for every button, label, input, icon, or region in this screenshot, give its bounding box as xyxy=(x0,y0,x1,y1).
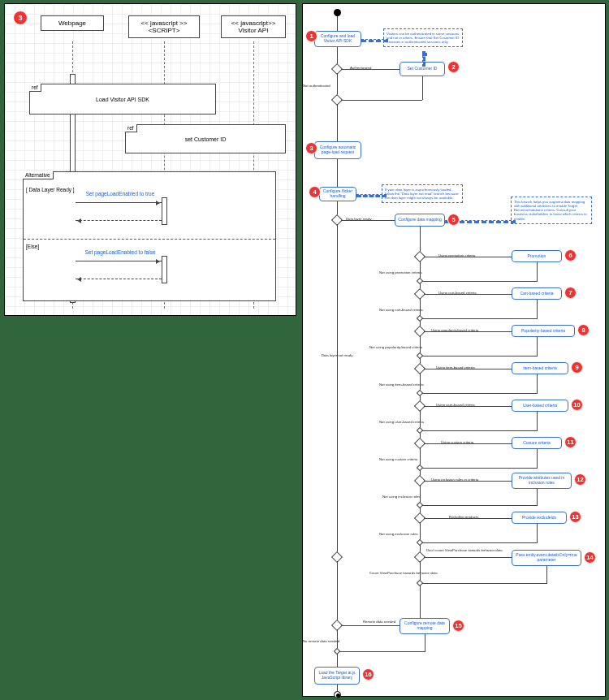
lbl-no-remote: No remote data needed xyxy=(303,639,339,643)
lane-script: << javascript >> <SCRIPT> xyxy=(128,15,200,38)
lbl-no-custom: Not using custom criteria xyxy=(379,457,417,461)
ref-label-1: Load Visitor API SDK xyxy=(96,97,149,102)
flowchart-panel: Configure and load Visitor API SDK 1 Vis… xyxy=(302,3,606,697)
badge-3-flow: 3 xyxy=(305,142,317,154)
badge-16: 16 xyxy=(362,668,374,681)
badge-12: 12 xyxy=(574,473,586,486)
node-8: Popularity-based criteria xyxy=(512,325,575,337)
ref-tag-1: ref xyxy=(29,84,41,92)
badge-4: 4 xyxy=(309,186,321,198)
badge-5: 5 xyxy=(447,214,460,226)
badge-13: 13 xyxy=(569,511,581,523)
lbl-remote: Remote data needed xyxy=(363,620,395,624)
lbl-dont-count: Don't count ViewPurchase towards behavio… xyxy=(426,548,503,552)
ref-set-customer-id: ref set Customer ID xyxy=(125,124,286,153)
lane-api-name: Visitor API xyxy=(223,27,283,34)
note-auth: Visitors can be authenticated in some se… xyxy=(383,28,463,47)
node-5: Configure data mapping xyxy=(395,214,445,227)
node-12: Provide attributes used in inclusion rul… xyxy=(512,473,572,489)
node-15: Configure remote data mapping xyxy=(400,618,450,634)
node-4: Configure flicker handling xyxy=(319,187,356,201)
node-11: Custom criteria xyxy=(512,437,562,449)
activation-script-1 xyxy=(162,197,167,225)
arrow-true-return xyxy=(76,220,162,221)
guard-true: [ Data Layer Ready ] xyxy=(26,187,75,192)
node-9: Item-based criteria xyxy=(512,362,568,374)
lbl-no-item: Not using item-based criteria xyxy=(379,382,424,387)
lbl-no-user: Not using user-based criteria xyxy=(379,420,424,424)
node-1: Configure and load Visitor API SDK xyxy=(314,31,361,47)
sequence-diagram-panel: 3 Webpage << javascript >> <SCRIPT> << j… xyxy=(4,3,296,316)
lbl-no-pop: Not using popularity-based criteria xyxy=(369,345,422,349)
lbl-no-promo: Not using promotion criteria xyxy=(379,270,422,274)
arrow-false-return xyxy=(76,279,162,279)
ref-tag-2: ref xyxy=(125,124,137,132)
lane-webpage: Webpage xyxy=(41,15,104,31)
badge-14: 14 xyxy=(584,551,596,564)
badge-11: 11 xyxy=(564,436,577,448)
activation-script-2 xyxy=(162,256,167,283)
badge-1: 1 xyxy=(305,30,317,42)
node-6: Promotion xyxy=(512,250,562,262)
start-node xyxy=(334,9,341,16)
ref-load-sdk: ref Load Visitor API SDK xyxy=(29,84,216,115)
lane-script-stereo: << javascript >> xyxy=(131,19,197,27)
badge-6: 6 xyxy=(564,249,577,261)
badge-7: 7 xyxy=(564,287,577,299)
node-7: Cart-based criteria xyxy=(512,287,562,300)
note-branch: This branch helps you augment data mappi… xyxy=(511,197,592,224)
panel-badge-3: 3 xyxy=(13,11,28,25)
alt-divider xyxy=(24,239,275,240)
badge-2: 2 xyxy=(447,61,460,73)
arrow-false-call xyxy=(76,261,162,261)
lane-api: << javascript>> Visitor API xyxy=(221,15,286,38)
node-13: Provide excludeIds xyxy=(512,512,567,524)
note-async: If your data layer is asynchronously loa… xyxy=(382,184,463,203)
lbl-no-incl: Not using inclusion rules xyxy=(382,495,421,499)
node-3: Configure automatic page-load request xyxy=(314,141,361,159)
node-14: Pass entity.event.detailsOnly=true param… xyxy=(512,550,581,566)
end-node xyxy=(334,691,341,698)
msg-true: Set pageLoadEnabled to true xyxy=(80,191,161,197)
lane-script-name: <SCRIPT> xyxy=(131,27,197,34)
lbl-not-auth: Not authenticated xyxy=(303,84,330,88)
node-16: Load the Target at.js JavaScript library xyxy=(314,667,360,685)
alt-tag: Alternative xyxy=(23,171,54,179)
lbl-no-excl: Not using exclusion rules xyxy=(379,532,418,536)
arrow-true-call xyxy=(76,202,162,203)
lane-api-stereo: << javascript>> xyxy=(223,19,283,27)
node-10: User-based criteria xyxy=(512,400,568,412)
badge-8: 8 xyxy=(577,324,590,336)
msg-false: Set pageLoadEnabled to false xyxy=(80,249,161,255)
badge-10: 10 xyxy=(571,399,583,411)
lbl-count: Count ViewPurchase towards behavior data xyxy=(369,571,438,575)
lbl-no-cart: Not using cart-based criteria xyxy=(379,308,423,312)
guard-false: [Else] xyxy=(26,244,39,249)
ref-label-2: set Customer ID xyxy=(185,136,227,142)
badge-9: 9 xyxy=(571,361,583,374)
badge-15: 15 xyxy=(452,620,464,632)
